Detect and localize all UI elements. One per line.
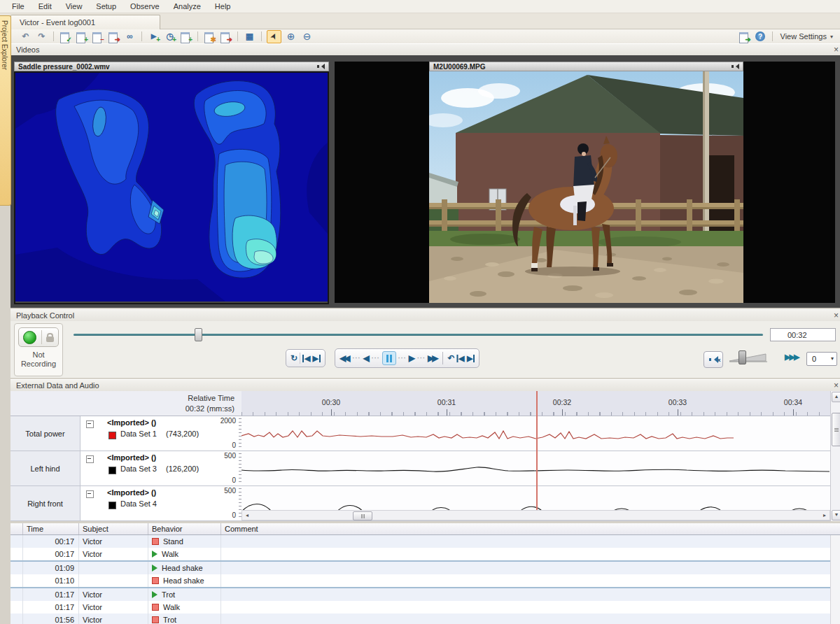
observation-timer-icon[interactable]: ◷+ <box>163 31 176 43</box>
menu-file[interactable]: File <box>6 1 31 11</box>
table-row[interactable]: 00:17 Victor Walk <box>10 548 840 560</box>
menu-analyze[interactable]: Analyze <box>167 1 207 11</box>
loop-button[interactable]: ↻ <box>290 354 298 362</box>
table-row[interactable]: 01:09 Head shake <box>10 562 840 574</box>
volume-slider[interactable] <box>728 352 769 363</box>
col-subject[interactable]: Subject <box>79 523 148 534</box>
chevron-down-icon: ▾ <box>830 34 833 40</box>
scroll-right-icon[interactable]: ▸ <box>820 511 830 520</box>
track-label-left-hind: Left hind <box>10 451 80 486</box>
tracks-v-scrollbar[interactable]: ▲ ▼ <box>830 391 840 521</box>
horse-video-frame <box>429 71 743 303</box>
fast-forward-button[interactable]: ▶▶ <box>428 354 436 362</box>
gutter-column <box>10 523 23 534</box>
series-color-swatch <box>108 502 116 509</box>
record-button[interactable] <box>18 327 59 347</box>
redo-icon[interactable]: ↷ <box>35 31 48 43</box>
export-observation-icon[interactable]: ➜ <box>107 31 120 43</box>
scroll-up-icon[interactable]: ▲ <box>832 392 840 402</box>
play-button[interactable]: ▶ <box>409 354 415 362</box>
tab-bar: Victor - Event log0001 <box>0 13 840 29</box>
play-backward-button[interactable]: ◀ <box>363 354 369 362</box>
table-row[interactable]: 01:56 Victor Trot <box>10 614 840 624</box>
col-behavior[interactable]: Behavior <box>148 523 221 534</box>
table-row[interactable]: 01:17 Victor Trot <box>10 588 840 601</box>
collapse-icon[interactable] <box>86 455 94 463</box>
speed-select[interactable]: 0 ▾ <box>806 352 837 366</box>
zoom-out-icon[interactable]: ⊖ <box>300 31 314 43</box>
track-legend-total-power: <Imported> () Data Set 1 (743,200) 2000 … <box>80 416 241 451</box>
menu-edit[interactable]: Edit <box>32 1 58 11</box>
close-icon[interactable]: × <box>834 380 839 391</box>
event-log-scroll-track[interactable] <box>830 535 840 624</box>
scroll-left-icon[interactable]: ◂ <box>242 511 252 520</box>
speaker-icon[interactable] <box>732 64 739 70</box>
h-scroll-thumb[interactable] <box>353 511 372 520</box>
volume-thumb[interactable] <box>738 350 746 364</box>
pause-button[interactable] <box>382 351 396 365</box>
fast-rewind-button[interactable]: ◀◀ <box>340 354 348 362</box>
record-icon <box>23 331 36 344</box>
file-transfer-icon[interactable]: ➜ <box>219 31 232 43</box>
confirm-observation-icon[interactable]: ✓ <box>59 31 72 43</box>
col-comment[interactable]: Comment <box>221 523 840 534</box>
track-legend-left-hind: <Imported> () Data Set 3 (126,200) 500 0 <box>80 451 241 486</box>
speaker-mute-icon: x <box>709 356 718 363</box>
mute-button[interactable]: x <box>704 351 723 368</box>
menu-observe[interactable]: Observe <box>124 1 166 11</box>
zoom-in-icon[interactable]: ⊕ <box>284 31 298 43</box>
collapse-icon[interactable] <box>86 490 94 498</box>
menu-setup[interactable]: Setup <box>90 1 122 11</box>
timeline-h-scrollbar[interactable]: ◂ ▸ <box>241 510 830 520</box>
behavior-marker-icon <box>152 538 159 545</box>
col-time[interactable]: Time <box>23 523 79 534</box>
find-icon[interactable]: ∞ <box>123 31 136 43</box>
view-settings-button[interactable]: View Settings ▾ <box>776 31 837 41</box>
image-view-icon[interactable]: ▦ <box>243 31 256 43</box>
undo-jump-button[interactable]: ↶ <box>447 354 454 362</box>
menu-view[interactable]: View <box>59 1 89 11</box>
help-icon[interactable]: ? <box>754 31 767 43</box>
transport-group: ◀◀ ··· ◀ ··· ··· ▶ ··· ▶▶ ↶ ▶ ▶ <box>335 348 479 368</box>
event-log-header: Time Subject Behavior Comment <box>10 523 840 535</box>
relative-time-header: Relative Time 00:32 (mm:ss) <box>10 391 241 416</box>
table-row[interactable]: 01:17 Victor Walk <box>10 601 840 614</box>
add-observation-icon[interactable]: + <box>75 31 88 43</box>
playback-speed-icon: ▶▶▶ <box>785 353 798 362</box>
file-settings-icon[interactable]: ✱ <box>203 31 216 43</box>
collapse-icon[interactable] <box>86 420 94 428</box>
scroll-down-icon[interactable]: ▼ <box>832 510 840 520</box>
remove-observation-icon[interactable]: − <box>91 31 104 43</box>
start-observation-icon[interactable]: ▶+ <box>147 31 160 43</box>
position-slider-thumb[interactable] <box>195 328 202 341</box>
close-icon[interactable]: × <box>834 44 839 55</box>
undo-icon[interactable]: ↶ <box>19 31 32 43</box>
menu-help[interactable]: Help <box>209 1 237 11</box>
step-forward-button[interactable]: ▶ <box>467 355 475 362</box>
skip-to-end-button[interactable]: ▶ <box>313 355 321 362</box>
track-label-right-front: Right front <box>10 486 80 521</box>
time-display[interactable]: 00:32 <box>770 328 836 341</box>
series-color-swatch <box>108 432 116 439</box>
track-legend-right-front: <Imported> () Data Set 4 500 0 <box>80 486 241 521</box>
add-file-icon[interactable]: + <box>179 31 192 43</box>
lock-icon <box>46 336 54 342</box>
v-scroll-thumb[interactable] <box>832 413 840 446</box>
video-horse[interactable]: M2U00069.MPG <box>335 62 835 303</box>
select-tool-icon[interactable]: ➤ <box>267 30 281 43</box>
position-slider[interactable] <box>74 334 763 336</box>
close-icon[interactable]: × <box>834 310 839 321</box>
video-saddle-pressure[interactable]: Saddle pressure_0002.wmv <box>14 62 329 304</box>
table-row[interactable]: 00:17 Victor Stand <box>10 535 840 548</box>
tab-event-log[interactable]: Victor - Event log0001 <box>10 15 160 29</box>
series-color-swatch <box>108 467 116 474</box>
record-status-label: Not Recording <box>15 350 62 369</box>
skip-to-start-button[interactable]: ◀ <box>302 355 310 362</box>
run-icon[interactable]: ➜ <box>738 31 751 43</box>
playhead-line[interactable] <box>536 391 538 510</box>
project-explorer-tab[interactable]: Project Explorer <box>0 15 11 206</box>
table-row[interactable]: 01:10 Head shake <box>10 574 840 587</box>
chevron-down-icon: ▾ <box>831 353 834 365</box>
step-back-button[interactable]: ▶ <box>456 355 464 362</box>
speaker-icon[interactable] <box>317 64 325 70</box>
